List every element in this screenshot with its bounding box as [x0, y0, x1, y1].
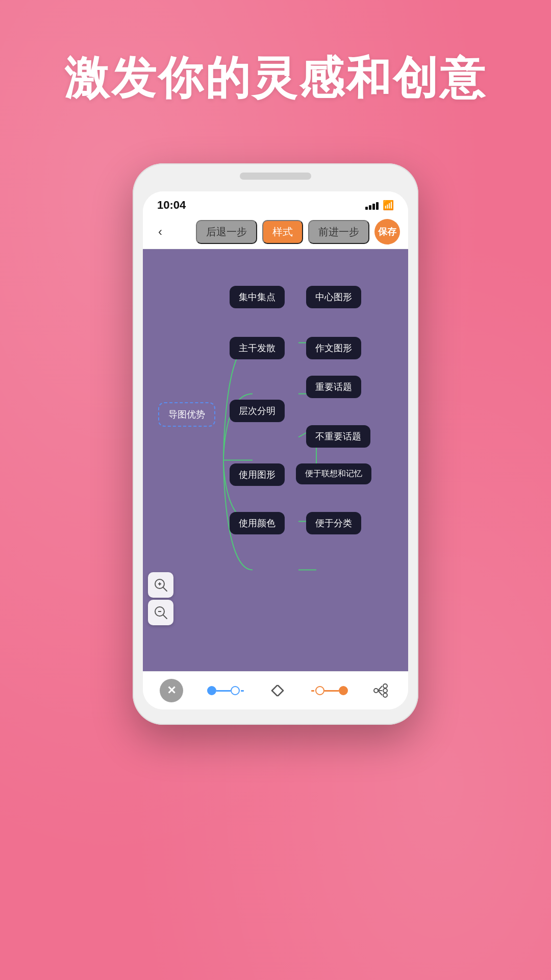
wifi-icon: 📶: [383, 200, 394, 211]
node-plus-marker-r: [311, 690, 314, 692]
phone-notch: [240, 173, 311, 180]
phone-shell: 10:04 📶 ‹ 后退一步 样式 前进一步 保存: [133, 163, 418, 725]
branch-icon: [372, 681, 391, 700]
redo-button[interactable]: 前进一步: [308, 220, 369, 244]
collapse-icon: [268, 683, 287, 698]
node-line-orange: [324, 690, 339, 692]
hero-title: 激发你的灵感和创意: [0, 0, 551, 105]
branch-node-5[interactable]: 使用颜色: [230, 512, 285, 534]
phone-screen: 10:04 📶 ‹ 后退一步 样式 前进一步 保存: [143, 191, 408, 709]
central-node[interactable]: 导图优势: [158, 402, 215, 427]
zoom-out-icon: [154, 605, 168, 620]
svg-line-19: [378, 686, 382, 691]
signal-icon: [365, 201, 379, 210]
svg-point-18: [374, 689, 378, 693]
node-circle-r1: [315, 686, 324, 695]
svg-point-22: [383, 684, 387, 688]
status-time: 10:04: [157, 199, 186, 212]
child-node-3-1[interactable]: 重要话题: [306, 376, 361, 398]
zoom-controls: [148, 572, 173, 625]
connections-svg: [143, 249, 408, 671]
branch-button[interactable]: [372, 681, 391, 700]
node-circle-left: [207, 686, 216, 695]
child-node-3-2[interactable]: 不重要话题: [306, 425, 370, 448]
delete-button[interactable]: ✕: [160, 679, 183, 702]
zoom-in-button[interactable]: [148, 572, 173, 598]
node-line-left: [216, 690, 231, 692]
svg-line-21: [378, 691, 382, 695]
node-circle-right: [231, 686, 240, 695]
svg-point-24: [383, 693, 387, 697]
collapse-button[interactable]: [268, 683, 287, 698]
child-node-4-1[interactable]: 便于联想和记忆: [296, 463, 371, 484]
close-icon: ✕: [160, 679, 183, 702]
svg-line-15: [272, 691, 277, 696]
app-toolbar: ‹ 后退一步 样式 前进一步 保存: [143, 215, 408, 249]
zoom-in-icon: [154, 578, 168, 592]
svg-line-14: [272, 685, 277, 691]
svg-point-23: [383, 689, 387, 693]
zoom-out-button[interactable]: [148, 600, 173, 625]
bottom-toolbar: ✕: [143, 671, 408, 709]
phone-mockup: 10:04 📶 ‹ 后退一步 样式 前进一步 保存: [133, 163, 418, 725]
status-icons: 📶: [365, 200, 394, 211]
svg-line-17: [278, 691, 283, 696]
branch-node-2[interactable]: 主干发散: [230, 337, 285, 359]
branch-node-4[interactable]: 使用图形: [230, 463, 285, 486]
child-node-5-1[interactable]: 便于分类: [306, 512, 361, 534]
child-node-1-1[interactable]: 中心图形: [306, 286, 361, 308]
node-plus-marker: [241, 690, 244, 692]
save-button[interactable]: 保存: [374, 219, 400, 244]
svg-line-13: [163, 615, 167, 619]
style-button[interactable]: 样式: [262, 220, 303, 244]
branch-node-1[interactable]: 集中集点: [230, 286, 285, 308]
add-node-right-button[interactable]: [311, 686, 348, 695]
child-node-2-1[interactable]: 作文图形: [306, 337, 361, 359]
undo-button[interactable]: 后退一步: [196, 220, 257, 244]
add-node-left-button[interactable]: [207, 686, 244, 695]
status-bar: 10:04 📶: [143, 191, 408, 215]
back-button[interactable]: ‹: [151, 223, 169, 241]
branch-node-3[interactable]: 层次分明: [230, 400, 285, 422]
svg-line-10: [163, 587, 167, 591]
node-circle-r2: [339, 686, 348, 695]
mindmap-canvas[interactable]: 导图优势 集中集点 中心图形 主干发散 作文图形 层次分明 重要话题 不重要话题…: [143, 249, 408, 671]
svg-line-16: [278, 685, 283, 691]
